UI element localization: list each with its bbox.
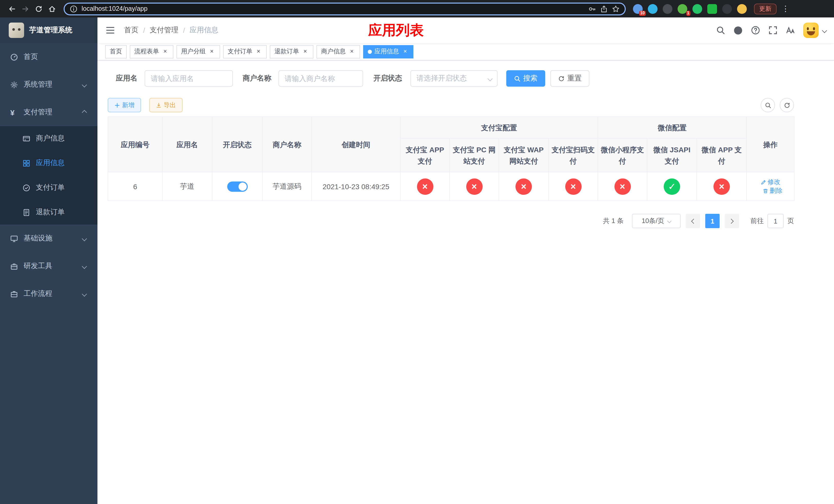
share-icon[interactable] bbox=[600, 5, 608, 13]
active-dot bbox=[368, 49, 372, 53]
fullscreen-icon[interactable] bbox=[768, 26, 777, 35]
back-icon[interactable] bbox=[5, 2, 19, 15]
extension-icon-1[interactable]: 10 bbox=[633, 4, 643, 14]
table-toolbar: 新增 导出 bbox=[108, 98, 794, 112]
browser-menu-icon[interactable]: ⋮ bbox=[782, 4, 789, 13]
close-icon[interactable]: × bbox=[161, 48, 169, 55]
sidebar-item-label: 应用信息 bbox=[36, 158, 65, 168]
sidebar-item-app-info[interactable]: 应用信息 bbox=[0, 151, 97, 175]
close-icon[interactable]: × bbox=[302, 48, 309, 55]
home-icon[interactable] bbox=[45, 2, 59, 15]
sidebar-item-merchant-info[interactable]: 商户信息 bbox=[0, 126, 97, 151]
tags-view-bar: 首页 流程表单× 用户分组× 支付订单× 退款订单× 商户信息× 应用信息× bbox=[97, 43, 834, 61]
tag-app-info[interactable]: 应用信息× bbox=[363, 45, 413, 58]
goto-page: 前往 页 bbox=[750, 214, 794, 228]
alipay-wap-status-icon: × bbox=[515, 178, 532, 194]
col-wechat-jsapi: 微信 JSAPI 支付 bbox=[647, 138, 697, 172]
tag-process-form[interactable]: 流程表单× bbox=[130, 45, 173, 58]
delete-link[interactable]: 删除 bbox=[763, 186, 783, 195]
extension-icon-6[interactable] bbox=[707, 4, 717, 14]
extension-icon-5[interactable] bbox=[693, 4, 702, 14]
refresh-button[interactable] bbox=[780, 98, 794, 112]
user-menu[interactable] bbox=[803, 23, 826, 38]
col-actions: 操作 bbox=[747, 117, 794, 172]
merchant-name-label: 商户名称 bbox=[243, 74, 271, 83]
goto-page-input[interactable] bbox=[767, 214, 784, 228]
extension-icon-7[interactable] bbox=[722, 4, 732, 14]
pay-submenu: 商户信息 应用信息 支付订单 退款订单 bbox=[0, 126, 97, 225]
cell-merchant: 芋道源码 bbox=[262, 172, 312, 201]
edit-link[interactable]: 修改 bbox=[761, 178, 781, 186]
document-icon bbox=[23, 208, 36, 216]
sidebar-item-pay[interactable]: ¥ 支付管理 bbox=[0, 98, 97, 126]
chevron-left-icon bbox=[691, 219, 696, 224]
tag-refund-order[interactable]: 退款订单× bbox=[270, 45, 313, 58]
sidebar-item-workflow[interactable]: 工作流程 bbox=[0, 280, 97, 307]
url-bar[interactable]: localhost:1024/pay/app bbox=[64, 2, 626, 15]
breadcrumb-separator: / bbox=[143, 26, 145, 35]
add-button[interactable]: 新增 bbox=[108, 98, 141, 112]
extension-icon-4[interactable]: 1 bbox=[678, 4, 687, 14]
next-page-button[interactable] bbox=[725, 214, 739, 228]
reset-button[interactable]: 重置 bbox=[550, 70, 589, 87]
sidebar-item-label: 研发工具 bbox=[24, 261, 52, 271]
tag-pay-order[interactable]: 支付订单× bbox=[223, 45, 267, 58]
sidebar-item-system[interactable]: 系统管理 bbox=[0, 71, 97, 98]
app-name-input[interactable] bbox=[145, 70, 233, 87]
col-wechat-mini: 微信小程序支付 bbox=[598, 138, 647, 172]
filter-form: 应用名 商户名称 开启状态 请选择开启状态 搜索 重置 bbox=[108, 70, 794, 87]
extensions-area: 10 1 bbox=[633, 4, 747, 14]
url-text[interactable]: localhost:1024/pay/app bbox=[82, 5, 584, 12]
github-icon[interactable] bbox=[733, 26, 743, 35]
status-toggle[interactable] bbox=[227, 181, 247, 191]
close-icon[interactable]: × bbox=[402, 48, 409, 55]
sidebar: 芋道管理系统 首页 系统管理 ¥ 支付管理 bbox=[0, 18, 97, 504]
help-icon[interactable] bbox=[751, 26, 760, 35]
merchant-name-input[interactable] bbox=[279, 70, 363, 87]
font-size-icon[interactable] bbox=[786, 26, 795, 35]
tag-merchant-info[interactable]: 商户信息× bbox=[316, 45, 360, 58]
goto-unit: 页 bbox=[787, 216, 794, 226]
key-icon[interactable] bbox=[588, 5, 596, 13]
sidebar-item-home[interactable]: 首页 bbox=[0, 43, 97, 71]
status-select[interactable]: 请选择开启状态 bbox=[410, 70, 498, 87]
info-icon[interactable] bbox=[70, 5, 78, 13]
col-group-wechat: 微信配置 bbox=[598, 117, 747, 138]
col-alipay-wap: 支付宝 WAP 网站支付 bbox=[499, 138, 549, 172]
breadcrumb-separator: / bbox=[183, 26, 185, 35]
extension-icon-2[interactable] bbox=[648, 4, 658, 14]
reload-icon[interactable] bbox=[32, 2, 45, 15]
profile-avatar-icon[interactable] bbox=[737, 4, 747, 14]
hamburger-icon[interactable] bbox=[105, 25, 115, 36]
sidebar-item-infra[interactable]: 基础设施 bbox=[0, 225, 97, 252]
extension-icon-3[interactable] bbox=[663, 4, 673, 14]
page-button-1[interactable]: 1 bbox=[705, 214, 720, 228]
search-icon[interactable] bbox=[716, 26, 725, 35]
export-button[interactable]: 导出 bbox=[149, 98, 182, 112]
close-icon[interactable]: × bbox=[255, 48, 262, 55]
breadcrumb-home[interactable]: 首页 bbox=[124, 26, 138, 35]
prev-page-button[interactable] bbox=[686, 214, 700, 228]
sidebar-item-pay-order[interactable]: 支付订单 bbox=[0, 175, 97, 200]
sidebar-menu: 首页 系统管理 ¥ 支付管理 商户信息 bbox=[0, 43, 97, 307]
browser-toolbar: localhost:1024/pay/app 10 1 更新 ⋮ bbox=[0, 0, 834, 18]
forward-icon[interactable] bbox=[19, 2, 32, 15]
table-row: 6 芋道 芋道源码 2021-10-23 08:49:25 × × × × × … bbox=[108, 172, 794, 201]
col-app-id: 应用编号 bbox=[108, 117, 162, 172]
sidebar-item-devtools[interactable]: 研发工具 bbox=[0, 252, 97, 280]
close-icon[interactable]: × bbox=[208, 48, 215, 55]
toggle-search-button[interactable] bbox=[761, 98, 775, 112]
page-size-select[interactable]: 10条/页 bbox=[632, 214, 681, 228]
bookmark-star-icon[interactable] bbox=[612, 5, 620, 13]
search-button[interactable]: 搜索 bbox=[506, 70, 545, 87]
sidebar-item-refund-order[interactable]: 退款订单 bbox=[0, 200, 97, 225]
pagination: 共 1 条 10条/页 1 前往 页 bbox=[108, 214, 794, 228]
close-icon[interactable]: × bbox=[348, 48, 355, 55]
top-navbar: 首页 / 支付管理 / 应用信息 应用列表 bbox=[97, 18, 834, 43]
tag-user-group[interactable]: 用户分组× bbox=[176, 45, 220, 58]
tag-home[interactable]: 首页 bbox=[105, 45, 127, 58]
user-avatar[interactable] bbox=[803, 23, 819, 38]
chrome-update-button[interactable]: 更新 bbox=[754, 3, 776, 14]
breadcrumb-pay[interactable]: 支付管理 bbox=[150, 26, 178, 35]
tag-label: 流程表单 bbox=[134, 47, 159, 56]
